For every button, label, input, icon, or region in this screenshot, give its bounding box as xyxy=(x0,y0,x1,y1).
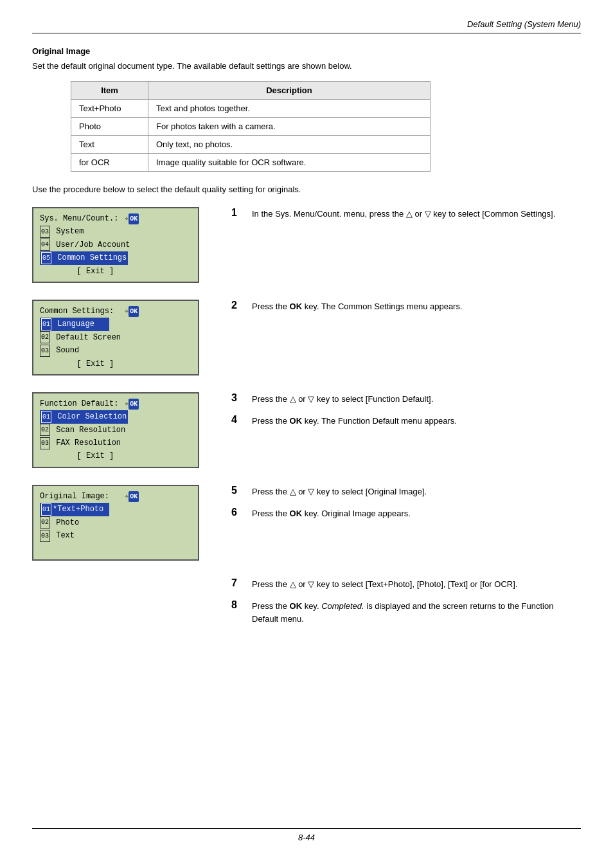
lcd-screen-4: Original Image: ✧OK 01*Text+Photo 02 Pho… xyxy=(32,485,212,571)
steps-group-1: 1 In the Sys. Menu/Count. menu, press th… xyxy=(231,207,581,230)
table-cell-description: Text and photos together. xyxy=(148,100,431,118)
table-cell-description: Image quality suitable for OCR software. xyxy=(148,154,431,172)
intro-text: Set the default original document type. … xyxy=(32,61,581,71)
steps-group-5: 7 Press the △ or ▽ key to select [Text+P… xyxy=(231,577,581,635)
steps-group-2: 2 Press the OK key. The Common Settings … xyxy=(231,300,581,322)
table-row: PhotoFor photos taken with a camera. xyxy=(71,118,431,136)
table-cell-item: Text+Photo xyxy=(71,100,148,118)
step-5: 5 Press the △ or ▽ key to select [Origin… xyxy=(231,485,581,498)
step-8: 8 Press the OK key. Completed. is displa… xyxy=(231,599,581,625)
col-item: Item xyxy=(71,82,148,100)
page-header: Default Setting (System Menu) xyxy=(32,19,581,33)
col-description: Description xyxy=(148,82,431,100)
page-number: 8-44 xyxy=(298,833,315,842)
table-cell-item: Text xyxy=(71,136,148,154)
header-title: Default Setting (System Menu) xyxy=(467,19,581,29)
step-1: 1 In the Sys. Menu/Count. menu, press th… xyxy=(231,207,581,221)
step-4: 4 Press the OK key. The Function Default… xyxy=(231,414,581,428)
step-6: 6 Press the OK key. Original Image appea… xyxy=(231,507,581,520)
page-container: Default Setting (System Menu) Original I… xyxy=(0,0,613,679)
table-cell-description: Only text, no photos. xyxy=(148,136,431,154)
table-cell-description: For photos taken with a camera. xyxy=(148,118,431,136)
lcd-screen-1: Sys. Menu/Count.: ✧OK 03 System 04 User/… xyxy=(32,207,212,293)
step-2: 2 Press the OK key. The Common Settings … xyxy=(231,300,581,313)
section-title: Original Image xyxy=(32,46,581,56)
lcd-screen-3: Function Default: ✧OK 01 Color Selection… xyxy=(32,392,212,478)
procedure-intro: Use the procedure below to select the de… xyxy=(32,185,581,194)
table-row: Text+PhotoText and photos together. xyxy=(71,100,431,118)
step-7: 7 Press the △ or ▽ key to select [Text+P… xyxy=(231,577,581,591)
step-3: 3 Press the △ or ▽ key to select [Functi… xyxy=(231,392,581,406)
table-cell-item: Photo xyxy=(71,118,148,136)
lcd-screen-2: Common Settings: ✧OK 01 Language 02 Defa… xyxy=(32,300,212,386)
items-table: Item Description Text+PhotoText and phot… xyxy=(71,81,431,172)
table-row: for OCRImage quality suitable for OCR so… xyxy=(71,154,431,172)
steps-group-4: 5 Press the △ or ▽ key to select [Origin… xyxy=(231,485,581,529)
page-footer: 8-44 xyxy=(32,828,581,842)
steps-group-3: 3 Press the △ or ▽ key to select [Functi… xyxy=(231,392,581,437)
table-row: TextOnly text, no photos. xyxy=(71,136,431,154)
table-cell-item: for OCR xyxy=(71,154,148,172)
